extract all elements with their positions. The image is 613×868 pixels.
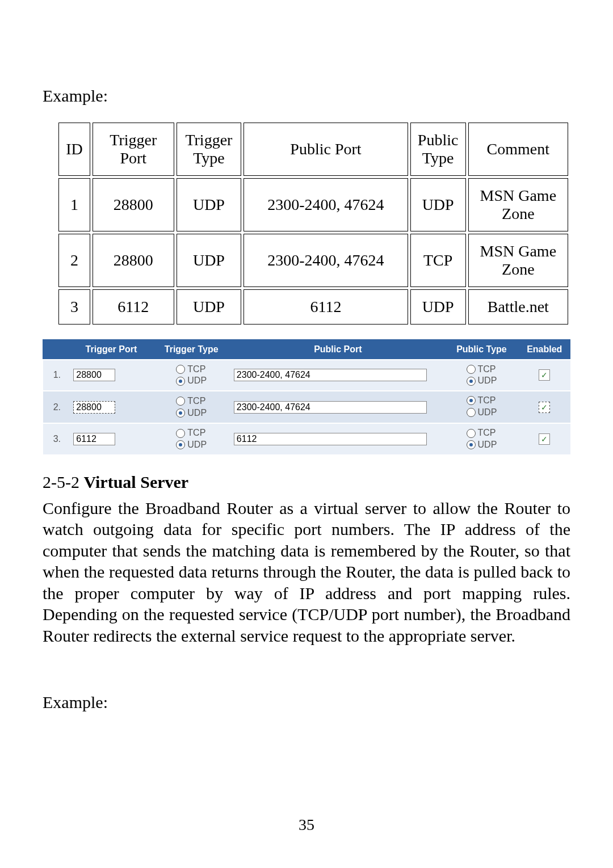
ui-cell-enabled: ✓	[519, 360, 570, 391]
ui-cell-id: 2.	[43, 391, 72, 423]
public-type-tcp-radio-label: TCP	[478, 427, 496, 439]
ui-row: 3.TCPUDPTCPUDP✓	[43, 423, 570, 455]
trigger-type-radio-group: TCPUDP	[176, 364, 207, 387]
section-number: 2-5-2	[43, 473, 79, 491]
ui-cell-enabled: ✓	[519, 423, 570, 455]
example-header-id: ID	[58, 123, 90, 176]
ui-cell-public-type: TCPUDP	[444, 360, 519, 391]
public-type-tcp-radio-label: TCP	[478, 364, 496, 376]
example-cell-comment: Battle.net	[468, 289, 568, 325]
example-cell-public-type: UDP	[410, 178, 466, 231]
section-heading: 2-5-2 Virtual Server	[43, 473, 570, 492]
example-cell-public-type: UDP	[410, 289, 466, 325]
public-type-tcp-radio-label: TCP	[478, 395, 496, 407]
example-cell-public-port: 2300-2400, 47624	[243, 234, 408, 287]
section-title: Virtual Server	[83, 473, 188, 491]
ui-header-trigger-type: Trigger Type	[152, 339, 232, 360]
example-header-public-port: Public Port	[243, 123, 408, 176]
example-table: ID Trigger Port Trigger Type Public Port…	[56, 120, 570, 327]
ui-header-enabled: Enabled	[519, 339, 570, 360]
trigger-type-tcp-radio-label: TCP	[187, 427, 205, 439]
ui-cell-public-port	[232, 423, 444, 455]
trigger-type-radio-group: TCPUDP	[176, 427, 207, 451]
ui-header-public-port: Public Port	[232, 339, 444, 360]
public-type-tcp-radio[interactable]	[467, 396, 476, 405]
section-paragraph: Configure the Broadband Router as a virt…	[43, 498, 570, 647]
example-cell-trigger-port: 28800	[93, 178, 174, 231]
example-cell-id: 1	[58, 178, 90, 231]
example-cell-comment: MSN Game Zone	[468, 234, 568, 287]
public-type-udp-radio-label: UDP	[478, 375, 497, 387]
ui-cell-public-port	[232, 391, 444, 423]
public-type-tcp-radio[interactable]	[467, 365, 476, 374]
public-type-udp-radio[interactable]	[467, 377, 476, 386]
trigger-type-udp-radio-label: UDP	[187, 407, 207, 419]
trigger-type-udp-radio[interactable]	[176, 408, 185, 418]
enabled-checkbox[interactable]: ✓	[539, 369, 550, 381]
example-cell-trigger-port: 6112	[93, 289, 174, 325]
public-port-input[interactable]	[234, 401, 427, 414]
trigger-port-input[interactable]	[73, 369, 115, 381]
ui-cell-trigger-type: TCPUDP	[152, 360, 232, 391]
public-type-udp-radio[interactable]	[467, 408, 476, 417]
trigger-type-tcp-radio-label: TCP	[187, 395, 205, 407]
trigger-type-tcp-radio[interactable]	[176, 429, 185, 438]
trigger-port-input[interactable]	[73, 433, 115, 445]
enabled-checkbox[interactable]: ✓	[539, 402, 550, 413]
ui-cell-enabled: ✓	[519, 391, 570, 423]
example-row: 1 28800 UDP 2300-2400, 47624 UDP MSN Gam…	[58, 178, 568, 231]
example-row: 3 6112 UDP 6112 UDP Battle.net	[58, 289, 568, 325]
ui-cell-public-port	[232, 360, 444, 391]
example-cell-trigger-type: UDP	[177, 178, 242, 231]
example-cell-id: 3	[58, 289, 90, 325]
trigger-type-tcp-radio[interactable]	[176, 397, 185, 406]
trigger-type-udp-radio-label: UDP	[187, 439, 207, 451]
ui-cell-id: 1.	[43, 360, 72, 391]
example-header-public-type: Public Type	[410, 123, 466, 176]
ui-row: 1.TCPUDPTCPUDP✓	[43, 360, 570, 391]
trigger-type-udp-radio[interactable]	[176, 440, 185, 449]
ui-cell-trigger-port	[71, 391, 151, 423]
public-port-input[interactable]	[234, 369, 427, 381]
example-cell-comment: MSN Game Zone	[468, 178, 568, 231]
page-number: 35	[0, 816, 613, 834]
example-cell-trigger-type: UDP	[177, 289, 242, 325]
ui-header-public-type: Public Type	[444, 339, 519, 360]
example-header-trigger-port: Trigger Port	[93, 123, 174, 176]
ui-header-blank	[43, 339, 72, 360]
example-cell-public-type: TCP	[410, 234, 466, 287]
ui-cell-public-type: TCPUDP	[444, 423, 519, 455]
example-cell-trigger-type: UDP	[177, 234, 242, 287]
trigger-type-udp-radio[interactable]	[176, 377, 185, 386]
trigger-type-udp-radio-label: UDP	[187, 375, 207, 387]
public-type-udp-radio-label: UDP	[478, 407, 497, 419]
public-type-radio-group: TCPUDP	[467, 364, 497, 387]
public-type-radio-group: TCPUDP	[467, 427, 497, 451]
ui-header-trigger-port: Trigger Port	[71, 339, 151, 360]
ui-row: 2.TCPUDPTCPUDP✓	[43, 391, 570, 423]
example-cell-id: 2	[58, 234, 90, 287]
trigger-type-tcp-radio[interactable]	[176, 365, 185, 374]
example-heading: Example:	[43, 85, 570, 107]
example-row: 2 28800 UDP 2300-2400, 47624 TCP MSN Gam…	[58, 234, 568, 287]
ui-cell-trigger-port	[71, 360, 151, 391]
public-type-udp-radio-label: UDP	[478, 439, 497, 451]
example-cell-public-port: 6112	[243, 289, 408, 325]
ui-cell-trigger-type: TCPUDP	[152, 423, 232, 455]
public-type-radio-group: TCPUDP	[467, 395, 497, 419]
ui-cell-public-type: TCPUDP	[444, 391, 519, 423]
trigger-type-radio-group: TCPUDP	[176, 395, 207, 419]
ui-cell-trigger-port	[71, 423, 151, 455]
example-header-comment: Comment	[468, 123, 568, 176]
trigger-type-tcp-radio-label: TCP	[187, 364, 205, 376]
public-type-udp-radio[interactable]	[467, 440, 476, 449]
example-header-trigger-type: Trigger Type	[177, 123, 242, 176]
ui-cell-trigger-type: TCPUDP	[152, 391, 232, 423]
enabled-checkbox[interactable]: ✓	[539, 433, 550, 445]
public-port-input[interactable]	[234, 433, 427, 445]
example-heading-2: Example:	[43, 692, 570, 713]
example-cell-trigger-port: 28800	[93, 234, 174, 287]
example-cell-public-port: 2300-2400, 47624	[243, 178, 408, 231]
public-type-tcp-radio[interactable]	[467, 429, 476, 438]
trigger-port-input[interactable]	[73, 401, 115, 414]
